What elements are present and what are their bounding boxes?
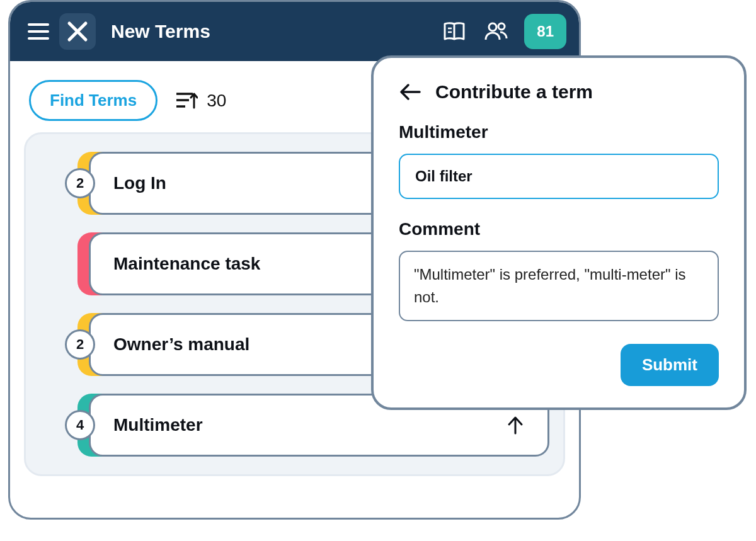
back-button[interactable] [399, 81, 421, 103]
comment-field-label: Comment [399, 219, 719, 239]
score-badge[interactable]: 81 [524, 14, 566, 49]
modal-header: Contribute a term [399, 81, 719, 103]
term-count-badge: 4 [65, 410, 95, 440]
svg-point-3 [498, 23, 505, 30]
term-label: Maintenance task [113, 254, 260, 274]
find-terms-button[interactable]: Find Terms [29, 80, 158, 121]
modal-title: Contribute a term [435, 81, 593, 103]
sort-icon [175, 90, 198, 111]
sort-control[interactable]: 30 [175, 90, 226, 111]
contribute-term-modal: Contribute a term Multimeter Comment Sub… [371, 55, 747, 410]
arrow-left-icon [399, 83, 421, 101]
svg-point-2 [489, 23, 496, 31]
submit-button[interactable]: Submit [621, 344, 719, 386]
term-label: Multimeter [113, 415, 203, 435]
guide-button[interactable] [441, 18, 467, 45]
term-label: Owner’s manual [113, 334, 249, 355]
term-count-badge: 2 [65, 168, 95, 198]
arrow-up-icon[interactable] [506, 416, 525, 435]
modal-footer: Submit [399, 344, 719, 386]
x-icon [67, 21, 88, 42]
topbar: New Terms 81 [10, 2, 579, 61]
menu-icon [28, 23, 49, 26]
people-icon [483, 19, 508, 44]
term-field-label: Multimeter [399, 122, 719, 142]
team-button[interactable] [483, 18, 509, 45]
menu-button[interactable] [23, 16, 54, 47]
book-icon [442, 19, 467, 44]
term-label: Log In [113, 173, 166, 193]
term-input[interactable] [399, 154, 719, 199]
term-count-badge: 2 [65, 329, 95, 360]
app-logo [59, 13, 96, 50]
page-title: New Terms [111, 21, 441, 42]
comment-input[interactable] [399, 251, 719, 321]
sort-count: 30 [207, 91, 226, 111]
topbar-actions: 81 [441, 14, 566, 49]
